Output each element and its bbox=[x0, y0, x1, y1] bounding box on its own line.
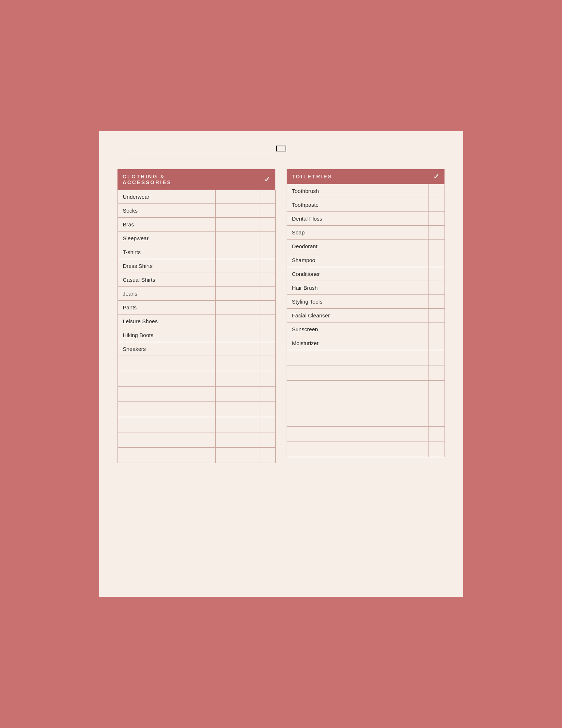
tables-row: CLOTHING &ACCESSORIES ✓ Underwear Socks … bbox=[117, 169, 445, 463]
clothing-item-name bbox=[117, 387, 215, 402]
clothing-item-extra[interactable] bbox=[215, 245, 259, 259]
clothing-row bbox=[117, 417, 275, 432]
clothing-item-extra[interactable] bbox=[215, 259, 259, 273]
page: CLOTHING &ACCESSORIES ✓ Underwear Socks … bbox=[99, 131, 463, 597]
clothing-item-name bbox=[117, 448, 215, 463]
toiletry-row bbox=[287, 381, 445, 396]
clothing-item-extra[interactable] bbox=[215, 314, 259, 328]
clothing-item-check[interactable] bbox=[259, 190, 275, 204]
clothing-row: Sneakers bbox=[117, 342, 275, 356]
toiletry-item-check[interactable] bbox=[428, 309, 445, 323]
clothing-item-name: Socks bbox=[117, 204, 215, 218]
toiletry-item-check[interactable] bbox=[428, 253, 445, 267]
toiletry-row: Dental Floss bbox=[287, 212, 445, 226]
toiletry-item-check[interactable] bbox=[428, 226, 445, 240]
clothing-item-check[interactable] bbox=[259, 342, 275, 356]
clothing-item-check[interactable] bbox=[259, 287, 275, 301]
toiletry-item-name: Moisturizer bbox=[287, 336, 428, 350]
clothing-item-extra[interactable] bbox=[215, 204, 259, 218]
toiletry-item-name: Deodorant bbox=[287, 240, 428, 253]
clothing-item-check[interactable] bbox=[259, 301, 275, 314]
toiletry-item-check[interactable] bbox=[428, 427, 445, 442]
clothing-item-extra[interactable] bbox=[215, 432, 259, 448]
clothing-item-check[interactable] bbox=[259, 328, 275, 342]
clothing-item-extra[interactable] bbox=[215, 287, 259, 301]
clothing-table: CLOTHING &ACCESSORIES ✓ Underwear Socks … bbox=[117, 169, 276, 463]
toiletry-item-check[interactable] bbox=[428, 396, 445, 411]
clothing-item-check[interactable] bbox=[259, 432, 275, 448]
clothing-item-extra[interactable] bbox=[215, 301, 259, 314]
clothing-item-check[interactable] bbox=[259, 387, 275, 402]
toiletry-row: Styling Tools bbox=[287, 295, 445, 309]
clothing-item-extra[interactable] bbox=[215, 273, 259, 287]
clothing-item-extra[interactable] bbox=[215, 190, 259, 204]
toiletry-item-check[interactable] bbox=[428, 323, 445, 336]
toiletry-item-check[interactable] bbox=[428, 295, 445, 309]
clothing-item-check[interactable] bbox=[259, 204, 275, 218]
clothing-item-check[interactable] bbox=[259, 245, 275, 259]
toiletry-row bbox=[287, 442, 445, 457]
clothing-item-extra[interactable] bbox=[215, 356, 259, 371]
toiletry-item-name: Dental Floss bbox=[287, 212, 428, 226]
clothing-item-extra[interactable] bbox=[215, 387, 259, 402]
toiletry-item-name bbox=[287, 442, 428, 457]
clothing-item-name: T-shirts bbox=[117, 245, 215, 259]
clothing-item-check[interactable] bbox=[259, 232, 275, 245]
toiletry-item-check[interactable] bbox=[428, 198, 445, 212]
toiletry-item-check[interactable] bbox=[428, 281, 445, 295]
toiletry-item-name: Hair Brush bbox=[287, 281, 428, 295]
trip-dates-line bbox=[123, 158, 276, 158]
clothing-row bbox=[117, 448, 275, 463]
toiletries-section: TOILETRIES ✓ Toothbrush Toothpaste Denta… bbox=[287, 169, 445, 457]
toiletry-item-check[interactable] bbox=[428, 381, 445, 396]
toiletry-item-check[interactable] bbox=[428, 411, 445, 427]
clothing-item-check[interactable] bbox=[259, 356, 275, 371]
clothing-item-extra[interactable] bbox=[215, 417, 259, 432]
logo-container bbox=[117, 146, 445, 151]
clothing-item-check[interactable] bbox=[259, 273, 275, 287]
clothing-item-check[interactable] bbox=[259, 314, 275, 328]
clothing-item-check[interactable] bbox=[259, 448, 275, 463]
toiletry-item-check[interactable] bbox=[428, 212, 445, 226]
clothing-row: T-shirts bbox=[117, 245, 275, 259]
clothing-item-name: Casual Shirts bbox=[117, 273, 215, 287]
clothing-item-name: Sleepwear bbox=[117, 232, 215, 245]
clothing-item-name: Underwear bbox=[117, 190, 215, 204]
clothing-item-check[interactable] bbox=[259, 259, 275, 273]
clothing-item-name bbox=[117, 356, 215, 371]
toiletry-item-check[interactable] bbox=[428, 336, 445, 350]
clothing-item-name bbox=[117, 417, 215, 432]
toiletry-item-name bbox=[287, 381, 428, 396]
toiletry-item-check[interactable] bbox=[428, 184, 445, 198]
clothing-item-extra[interactable] bbox=[215, 371, 259, 387]
clothing-item-name: Dress Shirts bbox=[117, 259, 215, 273]
toiletry-item-check[interactable] bbox=[428, 267, 445, 281]
toiletry-row bbox=[287, 365, 445, 381]
clothing-item-check[interactable] bbox=[259, 417, 275, 432]
toiletry-item-check[interactable] bbox=[428, 350, 445, 365]
toiletry-item-name: Sunscreen bbox=[287, 323, 428, 336]
toiletry-row: Shampoo bbox=[287, 253, 445, 267]
toiletry-item-check[interactable] bbox=[428, 442, 445, 457]
toiletry-item-check[interactable] bbox=[428, 365, 445, 381]
toiletry-row: Moisturizer bbox=[287, 336, 445, 350]
clothing-item-name bbox=[117, 402, 215, 417]
clothing-item-extra[interactable] bbox=[215, 402, 259, 417]
clothing-item-check[interactable] bbox=[259, 218, 275, 232]
clothing-item-extra[interactable] bbox=[215, 448, 259, 463]
toiletry-item-name: Facial Cleanser bbox=[287, 309, 428, 323]
clothing-item-check[interactable] bbox=[259, 371, 275, 387]
toiletry-item-check[interactable] bbox=[428, 240, 445, 253]
clothing-item-name: Pants bbox=[117, 301, 215, 314]
clothing-extra-header bbox=[215, 169, 259, 190]
clothing-item-extra[interactable] bbox=[215, 328, 259, 342]
toiletries-header: TOILETRIES bbox=[287, 169, 428, 184]
toiletry-item-name: Conditioner bbox=[287, 267, 428, 281]
clothing-item-name: Bras bbox=[117, 218, 215, 232]
clothing-item-extra[interactable] bbox=[215, 232, 259, 245]
clothing-item-check[interactable] bbox=[259, 402, 275, 417]
clothing-item-extra[interactable] bbox=[215, 342, 259, 356]
toiletry-row: Soap bbox=[287, 226, 445, 240]
clothing-item-extra[interactable] bbox=[215, 218, 259, 232]
clothing-section: CLOTHING &ACCESSORIES ✓ Underwear Socks … bbox=[117, 169, 276, 463]
